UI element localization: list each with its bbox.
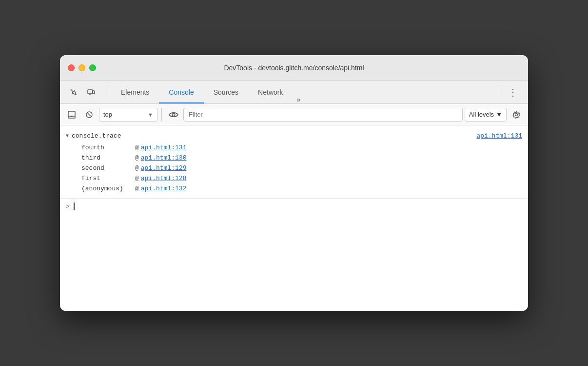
trace-link-1[interactable]: api.html:130 — [141, 154, 187, 162]
trace-row-3: first @ api.html:128 — [66, 173, 522, 183]
svg-line-8 — [88, 113, 91, 116]
clear-console-button[interactable] — [81, 107, 97, 122]
filter-input[interactable] — [183, 108, 463, 122]
devtools-menu-button[interactable]: ⋮ — [504, 86, 522, 98]
tab-divider-right — [500, 85, 500, 99]
tabbar: Elements Console Sources Network » ⋮ — [60, 81, 528, 104]
console-content: ▼ console.trace api.html:131 fourth @ ap… — [60, 125, 528, 311]
trace-header-left: ▼ console.trace — [66, 132, 121, 140]
console-input-row: > — [60, 198, 528, 214]
device-toolbar-button[interactable] — [83, 84, 99, 100]
trace-row-0: fourth @ api.html:131 — [66, 142, 522, 153]
toolbar-separator — [161, 108, 162, 122]
tab-console[interactable]: Console — [159, 81, 203, 103]
levels-arrow-icon: ▼ — [496, 111, 502, 118]
minimize-button[interactable] — [78, 64, 85, 71]
console-prompt-icon[interactable]: > — [66, 203, 70, 210]
tab-network[interactable]: Network — [248, 81, 293, 103]
trace-link-3[interactable]: api.html:128 — [141, 175, 187, 182]
svg-point-10 — [515, 113, 518, 116]
console-cursor — [74, 203, 75, 210]
inspect-element-button[interactable] — [66, 84, 81, 100]
console-trace-block: ▼ console.trace api.html:131 fourth @ ap… — [60, 125, 528, 198]
trace-row-4: (anonymous) @ api.html:132 — [66, 183, 522, 194]
trace-link-4[interactable]: api.html:132 — [141, 185, 187, 192]
tabs: Elements Console Sources Network » — [111, 81, 496, 103]
devtools-window: DevTools - devtools.glitch.me/console/ap… — [60, 55, 528, 311]
window-title: DevTools - devtools.glitch.me/console/ap… — [224, 64, 364, 72]
trace-link-2[interactable]: api.html:129 — [141, 164, 187, 172]
trace-header: ▼ console.trace api.html:131 — [66, 129, 522, 142]
tabbar-icons — [66, 84, 99, 100]
more-tabs-button[interactable]: » — [293, 96, 304, 103]
trace-header-location[interactable]: api.html:131 — [476, 132, 522, 140]
tab-sources[interactable]: Sources — [204, 81, 248, 103]
trace-row-2: second @ api.html:129 — [66, 163, 522, 173]
log-levels-button[interactable]: All levels ▼ — [465, 108, 507, 122]
live-expression-button[interactable] — [166, 107, 181, 122]
context-selector-arrow: ▼ — [148, 112, 153, 118]
tab-elements[interactable]: Elements — [111, 81, 159, 103]
tab-divider — [107, 85, 107, 99]
svg-rect-0 — [88, 90, 93, 94]
expand-triangle-icon[interactable]: ▼ — [66, 133, 69, 139]
console-toolbar: top ▼ All levels ▼ — [60, 104, 528, 125]
titlebar: DevTools - devtools.glitch.me/console/ap… — [60, 55, 528, 81]
show-drawer-button[interactable] — [64, 107, 79, 122]
close-button[interactable] — [68, 64, 75, 71]
console-settings-button[interactable] — [509, 107, 524, 122]
svg-rect-1 — [93, 91, 95, 94]
maximize-button[interactable] — [89, 64, 96, 71]
svg-point-9 — [172, 113, 175, 116]
traffic-lights — [68, 64, 96, 71]
trace-row-1: third @ api.html:130 — [66, 153, 522, 163]
context-selector[interactable]: top ▼ — [99, 108, 157, 122]
trace-link-0[interactable]: api.html:131 — [141, 144, 187, 151]
